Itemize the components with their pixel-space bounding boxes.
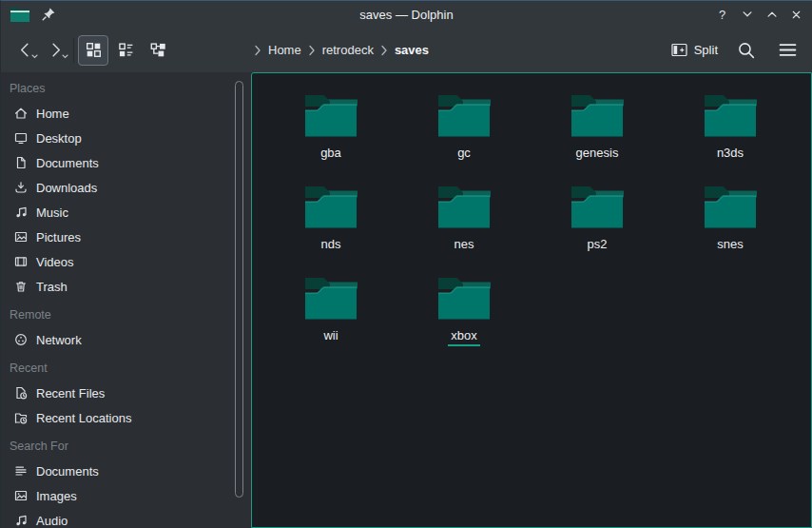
folder-xbox[interactable]: xbox [397,267,531,359]
toolbar: Homeretrodecksaves Split [1,28,812,72]
folder-nds[interactable]: nds [264,176,397,267]
folder-genesis[interactable]: genesis [531,85,664,176]
sidebar-item-recent-files[interactable]: Recent Files [1,381,251,405]
folder-icon [703,92,758,138]
folder-snes[interactable]: snes [664,176,797,267]
folder-label: genesis [573,146,622,162]
sidebar-item-label: Audio [36,514,68,528]
sidebar-item-trash[interactable]: Trash [1,274,251,299]
folder-gba[interactable]: gba [264,85,397,176]
icons-view-icon [86,42,102,58]
tree-view-button[interactable] [143,35,173,66]
sidebar-item-label: Network [36,333,82,347]
sidebar-item-label: Documents [36,156,99,170]
chevron-right-icon [308,45,316,56]
music-icon [13,205,29,220]
icons-view-button[interactable] [78,35,108,66]
sidebar-item-label: Downloads [36,181,97,195]
folder-icon [703,184,758,229]
sidebar-item-documents[interactable]: Documents [1,459,251,483]
sidebar-scrollbar[interactable] [235,81,243,498]
folder-icon [303,92,358,138]
folder-label: nds [319,237,344,253]
back-dropdown-icon [31,46,38,63]
sidebar-item-label: Desktop [36,131,82,146]
sidebar-item-images[interactable]: Images [1,483,251,508]
folder-ps2[interactable]: ps2 [531,176,664,267]
folder-icon [436,275,492,321]
breadcrumb-home[interactable]: Home [268,43,301,57]
split-button[interactable]: Split [671,43,718,57]
folder-gc[interactable]: gc [397,85,531,176]
folder-label: nes [452,237,477,253]
dolphin-window: saves — Dolphin ? [0,0,812,528]
sidebar-item-downloads[interactable]: Downloads [1,175,251,200]
folder-wii[interactable]: wii [264,267,397,359]
sidebar-item-label: Pictures [36,230,81,244]
forward-button[interactable] [40,35,70,66]
sidebar-item-network[interactable]: Network [1,327,251,352]
recent-file-icon [13,385,29,401]
folder-icon [436,92,492,138]
pin-icon[interactable] [41,7,56,22]
breadcrumb-retrodeck[interactable]: retrodeck [322,43,374,57]
sidebar-item-label: Recent Files [36,386,105,401]
breadcrumb-saves[interactable]: saves [395,43,429,57]
maximize-button[interactable] [764,7,780,23]
folder-label: snes [714,237,745,253]
section-header-remote[interactable]: Remote [1,303,251,327]
folder-icon [570,92,625,138]
sidebar-item-label: Images [36,489,77,503]
sidebar-item-videos[interactable]: Videos [1,249,251,274]
sidebar-item-label: Videos [36,255,74,269]
recent-location-icon [13,410,29,425]
back-button[interactable] [10,35,40,66]
sidebar-item-label: Music [36,205,68,220]
desktop-icon [13,130,29,146]
search-button[interactable] [734,38,759,63]
folder-nes[interactable]: nes [397,176,531,267]
music-icon [13,513,29,528]
section-header-recent[interactable]: Recent [1,356,251,381]
toolbar-right: Split [671,28,800,72]
section-header-search-for[interactable]: Search For [1,434,251,459]
minimize-button[interactable] [739,7,755,23]
folder-n3ds[interactable]: n3ds [664,85,797,176]
compact-view-button[interactable] [110,35,141,66]
sidebar-item-label: Trash [36,280,68,294]
menu-button[interactable] [775,38,800,63]
sidebar-item-documents[interactable]: Documents [1,150,251,175]
chevron-right-icon [254,45,261,56]
sidebar-item-audio[interactable]: Audio [1,508,251,528]
places-panel: PlacesHomeDesktopDocumentsDownloadsMusic… [1,72,251,528]
sidebar-list: PlacesHomeDesktopDocumentsDownloadsMusic… [1,72,251,528]
sidebar-item-desktop[interactable]: Desktop [1,126,251,150]
window-controls: ? [714,1,804,28]
search-icon [737,41,756,60]
image-icon [13,229,29,244]
help-button[interactable]: ? [714,7,730,23]
section-header-places[interactable]: Places [1,76,251,101]
folder-label: n3ds [714,146,746,162]
sidebar-item-home[interactable]: Home [1,101,251,126]
titlebar: saves — Dolphin ? [1,1,812,28]
sidebar-item-pictures[interactable]: Pictures [1,225,251,249]
folder-view[interactable]: gba gc genesis n3ds nds nes ps2 snes wii… [251,72,812,528]
sidebar-item-music[interactable]: Music [1,200,251,225]
toolbar-separator [73,38,74,63]
folder-label: wii [320,328,340,344]
close-button[interactable] [788,7,804,23]
sidebar-item-recent-locations[interactable]: Recent Locations [1,405,251,430]
trash-icon [13,279,29,294]
folder-icon [436,184,492,229]
folder-icon [570,184,625,229]
video-icon [13,254,29,269]
breadcrumb: Homeretrodecksaves [254,28,429,72]
document-icon [13,155,29,170]
image-icon [13,488,29,503]
dolphin-app-icon[interactable] [10,6,30,23]
folder-label: gba [318,146,344,162]
hamburger-icon [779,42,797,58]
split-label: Split [694,43,718,57]
chevron-right-icon [380,45,388,56]
